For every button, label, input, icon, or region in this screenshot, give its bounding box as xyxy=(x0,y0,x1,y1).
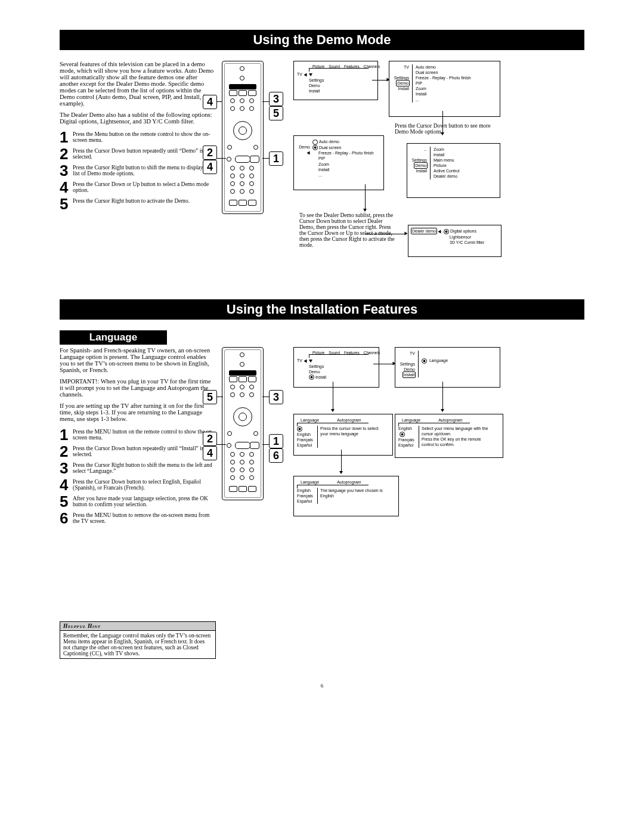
step-num: 2 xyxy=(60,146,73,162)
arrow-icon xyxy=(441,409,444,412)
step-num: 3 xyxy=(60,460,73,476)
helpful-hint-box: Helpful Hint Remember, the Language cont… xyxy=(60,621,216,659)
osd-demo-more: ... Settings Demo Install Zoom Install M… xyxy=(407,143,500,198)
osd-dealer-demo: Dealer demo Digital options Lightsensor … xyxy=(408,225,501,257)
callout-6: 6 xyxy=(269,448,283,463)
callout-3: 3 xyxy=(269,390,283,404)
osd-install-language: TV Settings Demo Install Language xyxy=(395,347,500,388)
osd-demo-list: Demo Auto demo Dual screen Freeze - Repl… xyxy=(293,135,384,190)
step-num: 6 xyxy=(60,510,73,526)
callout-2: 2 xyxy=(203,432,217,446)
lang-step-1: Press the MENU button on the remote cont… xyxy=(73,427,215,441)
demo-step-5: Press the Cursor Right button to activat… xyxy=(73,196,190,204)
caption-more-demo: Press the Cursor Down button to see more… xyxy=(395,123,496,135)
lang-step-3: Press the Cursor Right button to shift t… xyxy=(73,460,215,474)
lang-intro-1: For Spanish- and French-speaking TV owne… xyxy=(60,347,215,373)
step-num: 4 xyxy=(60,477,73,493)
remote-control-illustration xyxy=(222,347,264,500)
arrow-icon xyxy=(331,409,335,412)
osd-main-menu: PictureSoundFeaturesChannels TV Settings… xyxy=(293,61,378,100)
lang-step-4: Press the Cursor Down button to select E… xyxy=(73,477,215,491)
demo-step-2: Press the Cursor Down button repeatedly … xyxy=(73,146,215,160)
arrow-icon xyxy=(339,471,343,474)
lang-intro-3: If you are setting up the TV after turni… xyxy=(60,402,215,422)
step-num: 1 xyxy=(60,129,73,145)
step-num: 1 xyxy=(60,427,73,442)
step-num: 2 xyxy=(60,444,73,459)
callout-1: 1 xyxy=(269,434,283,448)
osd-demo-options-1: TV Settings Demo Install Auto demo Dual … xyxy=(389,61,500,117)
arrow-icon xyxy=(405,232,408,236)
subsection-title-language: Language xyxy=(60,330,167,345)
step-num: 5 xyxy=(60,494,73,509)
osd-language-chosen: LanguageAutoprogram English Français Esp… xyxy=(293,476,399,516)
lang-intro-2: IMPORTANT!: When you plug in your TV for… xyxy=(60,378,215,398)
demo-intro-1: Several features of this television can … xyxy=(60,61,215,107)
section-title-install: Using the Installation Features xyxy=(60,299,584,320)
remote-control-illustration xyxy=(222,61,264,214)
demo-step-3: Press the Cursor Right button to shift t… xyxy=(73,163,215,176)
osd-main-menu-2: PictureSoundFeaturesChannels TV Settings… xyxy=(293,347,379,388)
osd-language-select-1: LanguageAutoprogram English Français Esp… xyxy=(293,414,393,456)
step-num: 3 xyxy=(60,163,73,178)
arrow-icon xyxy=(393,362,396,366)
demo-step-4: Press the Cursor Down or Up button to se… xyxy=(73,179,215,193)
hint-title: Helpful Hint xyxy=(60,622,215,631)
step-num: 5 xyxy=(60,196,73,212)
callout-3: 3 xyxy=(269,92,283,106)
callout-5: 5 xyxy=(269,106,283,120)
arrow-icon xyxy=(387,78,390,82)
lang-step-6: Press the MENU button to remove the on-s… xyxy=(73,510,215,524)
callout-1: 1 xyxy=(269,151,283,166)
callout-4b: 4 xyxy=(203,160,217,174)
demo-intro-2: The Dealer Demo also has a sublist of th… xyxy=(60,112,215,125)
callout-4a: 4 xyxy=(203,95,217,109)
section-title-demo: Using the Demo Mode xyxy=(60,30,584,50)
page-number: 6 xyxy=(60,683,584,689)
osd-language-select-2: LanguageAutoprogram English Français Esp… xyxy=(395,414,503,458)
arrow-icon xyxy=(363,209,367,212)
step-num: 4 xyxy=(60,179,73,195)
hint-body: Remember, the Language control makes onl… xyxy=(60,631,215,658)
callout-4: 4 xyxy=(203,446,217,460)
demo-step-1: Press the Menu button on the remote cont… xyxy=(73,129,215,143)
callout-5: 5 xyxy=(203,390,217,404)
lang-step-5: After you have made your language select… xyxy=(73,494,215,507)
caption-dealer-demo: To see the Dealer Demo sublist, press th… xyxy=(299,212,398,248)
lang-step-2: Press the Cursor Down button repeatedly … xyxy=(73,444,215,457)
callout-2: 2 xyxy=(203,145,217,160)
